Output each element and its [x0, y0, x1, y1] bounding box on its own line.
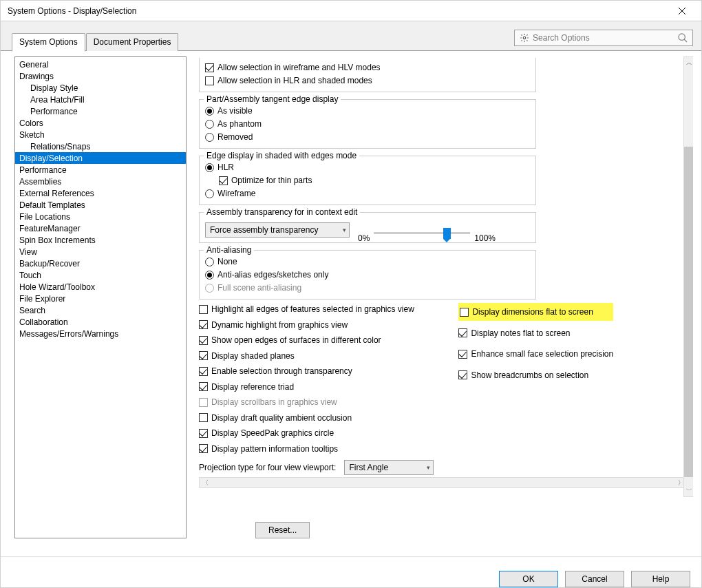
group-legend: Assembly transparency for in context edi…	[204, 207, 360, 217]
sidebar-item-featuremanager[interactable]: FeatureManager	[15, 222, 186, 234]
label-display-ref-triad: Display reference triad	[211, 382, 294, 392]
checkbox-show-breadcrumbs[interactable]	[458, 370, 467, 379]
sidebar-item-colors[interactable]: Colors	[15, 117, 186, 129]
label-display-shaded-planes: Display shaded planes	[211, 351, 295, 361]
scroll-down-icon[interactable]: ﹀	[686, 486, 692, 495]
sidebar-item-file-explorer[interactable]: File Explorer	[15, 293, 186, 304]
cancel-button[interactable]: Cancel	[565, 571, 624, 587]
sidebar-item-general[interactable]: General	[15, 59, 186, 70]
label-dims-flat: Display dimensions flat to screen	[472, 307, 593, 317]
label-as-phantom: As phantom	[217, 119, 262, 129]
sidebar-item-search[interactable]: Search	[15, 304, 186, 316]
close-button[interactable]	[668, 1, 696, 21]
radio-as-phantom[interactable]	[205, 120, 214, 129]
sidebar-item-assemblies[interactable]: Assemblies	[15, 176, 186, 187]
sidebar-item-relations-snaps[interactable]: Relations/Snaps	[15, 140, 186, 152]
dropdown-projection[interactable]: First Angle ▾	[344, 460, 434, 475]
sidebar-item-performance[interactable]: Performance	[15, 164, 186, 176]
sidebar[interactable]: GeneralDrawingsDisplay StyleArea Hatch/F…	[14, 56, 187, 538]
slider-max-label: 100%	[474, 233, 496, 243]
gear-icon	[519, 32, 530, 43]
slider-min-label: 0%	[358, 233, 370, 243]
radio-hlr[interactable]	[205, 163, 214, 172]
checkbox-display-speedpak[interactable]	[199, 429, 208, 438]
main-content: Allow selection in wireframe and HLV mod…	[187, 56, 693, 518]
sidebar-item-performance[interactable]: Performance	[15, 105, 186, 117]
checkbox-allow-wireframe-hlv[interactable]	[205, 63, 214, 72]
ok-button[interactable]: OK	[499, 571, 558, 587]
tab-system-options[interactable]: System Options	[12, 33, 85, 52]
search-input[interactable]	[530, 33, 677, 43]
label-show-breadcrumbs: Show breadcrumbs on selection	[471, 370, 588, 380]
checkbox-display-shaded-planes[interactable]	[199, 351, 208, 360]
sidebar-item-collaboration[interactable]: Collaboration	[15, 316, 186, 328]
sidebar-item-file-locations[interactable]: File Locations	[15, 211, 186, 222]
group-legend: Edge display in shaded with edges mode	[204, 151, 359, 160]
tab-document-properties[interactable]: Document Properties	[86, 33, 179, 51]
button-label: Help	[652, 574, 670, 584]
search-box[interactable]	[514, 30, 693, 46]
group-tangent-edge: Part/Assembly tangent edge display As vi…	[199, 99, 536, 149]
slider-transparency[interactable]: 0% 100%	[358, 228, 496, 238]
radio-wireframe[interactable]	[205, 189, 214, 198]
label-allow-hlr-shaded: Allow selection in HLR and shaded modes	[217, 76, 372, 85]
close-icon	[678, 7, 686, 15]
sidebar-item-external-references[interactable]: External References	[15, 187, 186, 199]
sidebar-item-display-selection[interactable]: Display/Selection	[15, 152, 186, 164]
titlebar: System Options - Display/Selection	[1, 1, 701, 21]
label-allow-wireframe-hlv: Allow selection in wireframe and HLV mod…	[217, 63, 381, 72]
sidebar-item-drawings[interactable]: Drawings	[15, 70, 186, 82]
sidebar-item-hole-wizard-toolbox[interactable]: Hole Wizard/Toolbox	[15, 281, 186, 293]
checkbox-display-pattern-tooltips[interactable]	[199, 444, 208, 453]
checkbox-show-open-edges[interactable]	[199, 336, 208, 345]
checkbox-enable-sel-trans[interactable]	[199, 367, 208, 376]
scrollbar-horizontal[interactable]: 〈 〉	[199, 477, 688, 488]
scroll-left-icon[interactable]: 〈	[201, 479, 210, 487]
dropdown-assembly-transparency[interactable]: Force assembly transparency ▾	[205, 222, 350, 238]
sidebar-item-messages-errors-warnings[interactable]: Messages/Errors/Warnings	[15, 328, 186, 339]
scrollbar-vertical[interactable]: ︿ ﹀	[683, 56, 693, 497]
checkbox-notes-flat[interactable]	[458, 328, 467, 337]
label-dynamic-highlight: Dynamic highlight from graphics view	[211, 320, 348, 330]
slider-thumb[interactable]	[443, 228, 451, 239]
sidebar-item-spin-box-increments[interactable]: Spin Box Increments	[15, 234, 186, 246]
sidebar-item-backup-recover[interactable]: Backup/Recover	[15, 258, 186, 269]
main-panel: Allow selection in wireframe and HLV mod…	[187, 56, 693, 538]
reset-row: Reset...	[187, 518, 693, 538]
scroll-up-icon[interactable]: ︿	[686, 59, 692, 67]
checkbox-display-ref-triad[interactable]	[199, 382, 208, 391]
sidebar-item-sketch[interactable]: Sketch	[15, 129, 186, 140]
label-show-open-edges: Show open edges of surfaces in different…	[211, 335, 381, 345]
checkbox-optimize-thin[interactable]	[219, 176, 228, 185]
dropdown-value: Force assembly transparency	[210, 225, 318, 235]
radio-aa-none[interactable]	[205, 258, 214, 266]
radio-as-visible[interactable]	[205, 107, 214, 116]
reset-button[interactable]: Reset...	[255, 522, 310, 538]
radio-removed[interactable]	[205, 133, 214, 142]
sidebar-item-display-style[interactable]: Display Style	[15, 82, 186, 94]
radio-aa-edges[interactable]	[205, 271, 214, 280]
tab-label: System Options	[19, 37, 78, 47]
help-button[interactable]: Help	[631, 571, 690, 587]
label-display-scrollbars: Display scrollbars in graphics view	[211, 397, 337, 407]
scrollbar-thumb[interactable]	[684, 147, 693, 477]
options-two-col: Highlight all edges of features selected…	[199, 302, 688, 475]
checkbox-allow-hlr-shaded[interactable]	[205, 76, 214, 85]
checkbox-dynamic-highlight[interactable]	[199, 320, 208, 329]
checkbox-display-draft-ao[interactable]	[199, 413, 208, 422]
projection-row: Projection type for four view viewport: …	[199, 460, 434, 475]
sidebar-item-view[interactable]: View	[15, 246, 186, 258]
options-left-col: Highlight all edges of features selected…	[199, 302, 434, 475]
sidebar-item-touch[interactable]: Touch	[15, 269, 186, 281]
checkbox-dims-flat[interactable]	[460, 308, 469, 317]
options-right-col: Display dimensions flat to screen Displa…	[458, 302, 613, 475]
tabs: System Options Document Properties	[12, 32, 179, 51]
slider-track[interactable]	[374, 232, 470, 234]
sidebar-item-default-templates[interactable]: Default Templates	[15, 199, 186, 211]
svg-point-3	[679, 34, 685, 40]
chevron-down-icon: ▾	[343, 227, 346, 233]
header-row: System Options Document Properties	[1, 21, 701, 51]
checkbox-enhance-small-face[interactable]	[458, 350, 467, 359]
checkbox-highlight-all-edges[interactable]	[199, 305, 208, 314]
sidebar-item-area-hatch-fill[interactable]: Area Hatch/Fill	[15, 94, 186, 105]
